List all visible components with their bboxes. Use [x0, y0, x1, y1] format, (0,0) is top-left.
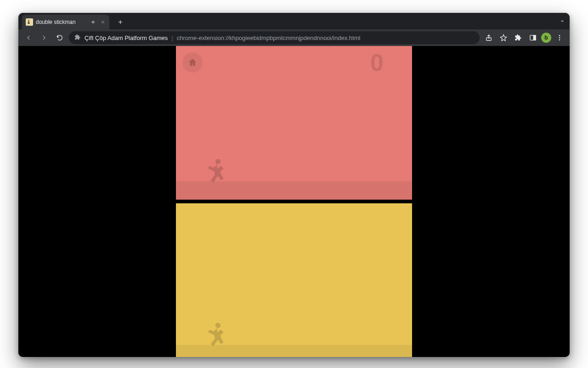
nav-back-button[interactable] [22, 31, 35, 44]
game-top-pane[interactable]: 0 [176, 46, 412, 200]
svg-point-4 [559, 37, 560, 39]
toolbar-right-actions: b [482, 31, 566, 44]
window-dropdown-button[interactable] [559, 13, 566, 29]
nav-reload-button[interactable] [53, 31, 66, 44]
tab-favicon-icon [26, 18, 33, 26]
extension-icon [74, 34, 81, 42]
game-bottom-ground [176, 345, 412, 357]
side-panel-button[interactable] [526, 31, 539, 44]
game-home-button[interactable] [182, 52, 203, 73]
browser-tab-active[interactable]: double stickman [22, 15, 109, 29]
svg-point-6 [215, 159, 220, 164]
tab-strip: double stickman [18, 13, 570, 29]
new-tab-button[interactable] [114, 16, 127, 29]
svg-rect-2 [533, 35, 536, 40]
tab-audio-mute-icon[interactable] [91, 19, 96, 25]
game-canvas[interactable]: 0 [176, 46, 412, 357]
address-url-path: chrome-extension://khpogieebidmpbpmlcmmn… [177, 34, 361, 41]
address-bar[interactable]: Çift Çöp Adam Platform Games | chrome-ex… [69, 31, 480, 44]
svg-point-7 [215, 323, 220, 328]
game-divider [176, 200, 412, 203]
svg-point-3 [559, 35, 560, 36]
tab-close-icon[interactable] [100, 19, 106, 25]
profile-letter: b [544, 34, 548, 41]
address-separator: | [171, 34, 173, 41]
page-viewport: 0 [18, 46, 570, 357]
chrome-menu-button[interactable] [553, 31, 566, 44]
nav-forward-button[interactable] [38, 31, 51, 44]
svg-point-5 [559, 39, 560, 40]
profile-avatar[interactable]: b [541, 33, 551, 43]
share-button[interactable] [482, 31, 495, 44]
bookmark-button[interactable] [497, 31, 510, 44]
runner-top-icon [201, 156, 228, 184]
tab-title: double stickman [36, 19, 88, 25]
browser-toolbar: Çift Çöp Adam Platform Games | chrome-ex… [18, 29, 570, 46]
extensions-button[interactable] [512, 31, 525, 44]
runner-bottom-icon [201, 320, 228, 348]
browser-window: double stickman [18, 13, 570, 357]
game-score: 0 [370, 49, 384, 76]
game-top-ground [176, 181, 412, 200]
game-bottom-pane[interactable] [176, 203, 412, 357]
address-extension-name: Çift Çöp Adam Platform Games [85, 34, 168, 41]
